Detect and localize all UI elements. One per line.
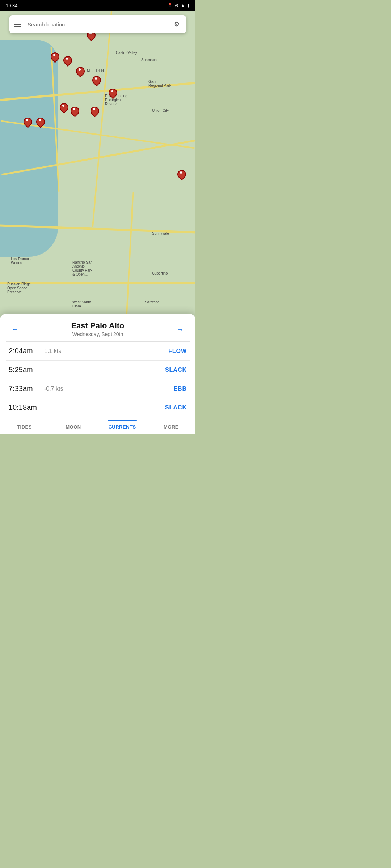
wifi-icon: ▲ [181, 3, 185, 8]
battery-icon: ▮ [187, 3, 190, 8]
tide-list: 2:04am1.1 ktsFLOW5:25amSLACK7:33am-0.7 k… [0, 342, 196, 417]
map-label: Eden Landing Ecological Reserve [105, 94, 127, 106]
tab-label: MORE [164, 424, 178, 430]
map-label: Sunnyvale [152, 231, 169, 235]
map-label: Union City [152, 109, 169, 112]
panel-header: ← East Palo Alto Wednesday, Sept 20th → [0, 314, 196, 339]
tide-type-label: EBB [173, 386, 187, 392]
tide-speed: 1.1 kts [44, 348, 168, 354]
status-time: 19:34 [6, 3, 18, 8]
next-day-button[interactable]: → [174, 323, 187, 336]
map-label: Garin Regional Park [148, 80, 171, 88]
map-label: MT. EDEN [87, 69, 104, 73]
map-label: Saratoga [145, 300, 160, 304]
tab-moon[interactable]: MOON [49, 420, 98, 434]
menu-button[interactable] [14, 19, 24, 29]
tab-label: MOON [66, 424, 81, 430]
water-area [0, 40, 58, 257]
road [92, 11, 112, 227]
map-marker[interactable] [63, 56, 71, 65]
bottom-panel: ← East Palo Alto Wednesday, Sept 20th → … [0, 314, 196, 434]
tab-label: CURRENTS [108, 424, 136, 430]
map-marker[interactable] [76, 67, 83, 76]
tide-time: 5:25am [9, 366, 41, 374]
map-label: Los Trancos Woods [11, 257, 30, 265]
tab-more[interactable]: MORE [147, 420, 196, 434]
tide-speed: -0.7 kts [44, 386, 173, 392]
status-icons: 📍 ⊖ ▲ ▮ [167, 3, 190, 8]
tide-entry: 2:04am1.1 ktsFLOW [6, 342, 190, 361]
prev-day-button[interactable]: ← [9, 323, 22, 336]
search-input[interactable] [28, 21, 168, 27]
map-marker[interactable] [91, 107, 98, 116]
location-name: East Palo Alto [22, 321, 174, 331]
dnd-icon: ⊖ [175, 3, 178, 8]
map-label: Cupertino [152, 271, 168, 275]
tide-time: 7:33am [9, 384, 41, 393]
map-label: Russian Ridge Open Space Preserve [7, 282, 31, 294]
tide-entry: 5:25amSLACK [6, 361, 190, 379]
search-bar: ⚙ [9, 15, 186, 33]
bottom-tabs: TIDESMOONCURRENTSMORE [0, 420, 196, 434]
panel-date: Wednesday, Sept 20th [22, 331, 174, 337]
map-marker[interactable] [24, 118, 31, 127]
map-marker[interactable] [51, 52, 58, 62]
tab-label: TIDES [17, 424, 32, 430]
map-marker[interactable] [177, 170, 185, 179]
tide-type-label: SLACK [165, 404, 187, 411]
map-label: Sorenson [141, 58, 157, 62]
map-marker[interactable] [36, 118, 43, 127]
tide-time: 2:04am [9, 347, 41, 355]
tide-entry: 7:33am-0.7 ktsEBB [6, 379, 190, 398]
location-icon: 📍 [167, 3, 173, 8]
map-label: West Santa Clara [72, 300, 91, 308]
status-bar: 19:34 📍 ⊖ ▲ ▮ [0, 0, 196, 11]
map-label: Castro Valley [116, 51, 137, 55]
tab-currents[interactable]: CURRENTS [98, 420, 147, 434]
tide-type-label: SLACK [165, 367, 187, 373]
tab-tides[interactable]: TIDES [0, 420, 49, 434]
tide-type-label: FLOW [168, 348, 187, 354]
map-marker[interactable] [60, 103, 67, 112]
panel-title: East Palo Alto Wednesday, Sept 20th [22, 321, 174, 337]
tab-active-indicator [108, 420, 137, 421]
tide-entry: 10:18amSLACK [6, 398, 190, 417]
map-label: Rancho San Antonio County Park & Open… [72, 260, 92, 276]
map-marker[interactable] [71, 107, 78, 116]
settings-button[interactable]: ⚙ [172, 19, 182, 29]
map-marker[interactable] [92, 76, 100, 85]
tide-time: 10:18am [9, 403, 41, 412]
